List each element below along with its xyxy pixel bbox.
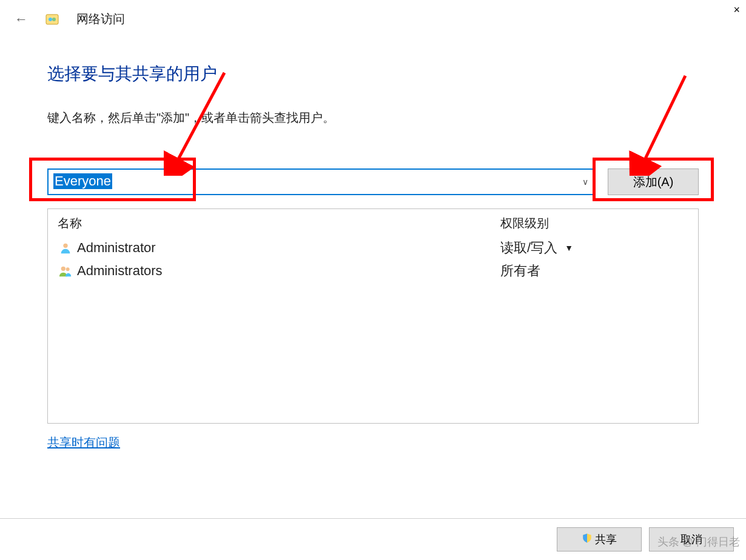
row-permission-text: 所有者	[500, 262, 540, 280]
row-name-text: Administrators	[77, 263, 163, 279]
dialog-title: 网络访问	[76, 11, 125, 27]
list-row[interactable]: Administrator 读取/写入 ▼	[48, 236, 698, 259]
list-header: 名称 权限级别	[48, 209, 698, 236]
share-button[interactable]: 共享	[557, 527, 642, 552]
row-name-text: Administrator	[77, 240, 156, 256]
add-button[interactable]: 添加(A)	[608, 168, 699, 195]
dialog-header: ← 网络访问	[0, 0, 746, 38]
row-permission-text: 读取/写入	[500, 239, 557, 257]
back-arrow-icon[interactable]: ←	[15, 12, 28, 27]
svg-point-1	[49, 18, 52, 21]
user-icon	[58, 240, 73, 256]
share-button-label: 共享	[595, 532, 617, 547]
page-subtitle: 键入名称，然后单击"添加"，或者单击箭头查找用户。	[47, 110, 699, 126]
user-combobox[interactable]	[47, 168, 596, 195]
user-input-row: Everyone ∨ 添加(A)	[47, 168, 699, 195]
column-name-header: 名称	[58, 215, 500, 232]
help-link[interactable]: 共享时有问题	[47, 435, 120, 451]
svg-point-5	[66, 267, 70, 271]
network-access-icon	[45, 12, 59, 27]
svg-point-4	[61, 267, 66, 271]
cancel-button[interactable]: 取消	[649, 527, 734, 552]
svg-point-3	[63, 244, 67, 248]
shield-icon	[582, 533, 593, 547]
list-row[interactable]: Administrators 所有者	[48, 259, 698, 282]
user-list: 名称 权限级别 Administrator 读取/写入 ▼ Administra…	[47, 208, 699, 424]
svg-point-2	[52, 18, 56, 21]
dialog-footer: 共享 取消	[0, 518, 746, 560]
column-permission-header: 权限级别	[500, 215, 688, 232]
page-heading: 选择要与其共享的用户	[47, 62, 699, 85]
permission-dropdown-icon[interactable]: ▼	[565, 243, 573, 253]
close-icon[interactable]: ×	[733, 4, 740, 16]
group-icon	[58, 263, 73, 279]
